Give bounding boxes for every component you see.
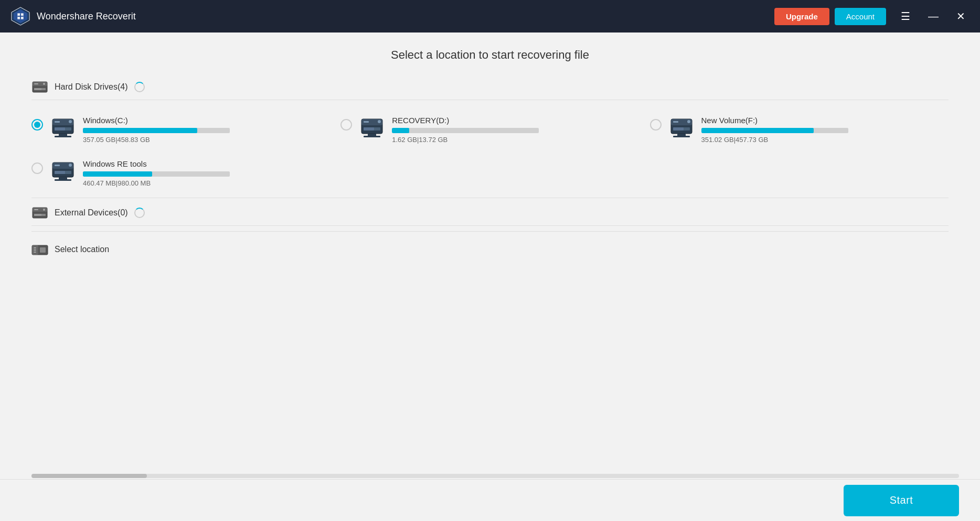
svg-point-22 — [378, 120, 381, 123]
external-devices-header: External Devices(0) — [31, 198, 949, 226]
svg-rect-53 — [34, 252, 36, 253]
app-logo — [10, 6, 30, 26]
drive-radio-d[interactable] — [340, 119, 352, 131]
drives-grid: Windows(C:) 357.05 GB|458.83 GB — [0, 105, 980, 198]
hard-disk-section: Hard Disk Drives(4) — [0, 72, 980, 100]
drive-radio-c[interactable] — [31, 119, 43, 131]
account-button[interactable]: Account — [835, 8, 886, 25]
external-devices-spinner — [134, 208, 145, 218]
svg-rect-13 — [55, 121, 60, 123]
minimize-button[interactable]: — — [924, 9, 943, 24]
drive-name-c: Windows(C:) — [83, 116, 340, 125]
drive-radio-f[interactable] — [650, 119, 662, 131]
external-devices-section: External Devices(0) — [0, 198, 980, 226]
select-location-icon — [31, 242, 48, 257]
select-location-section: Select location — [0, 232, 980, 267]
drive-bar-track-f — [701, 128, 848, 133]
main-content: Select a location to start recovering fi… — [0, 32, 980, 521]
drive-size-c: 357.05 GB|458.83 GB — [83, 136, 340, 144]
drive-bar-fill-re — [83, 171, 152, 177]
drive-bar-fill-d — [392, 128, 409, 133]
svg-rect-34 — [673, 136, 690, 137]
scroll-thumb[interactable] — [31, 474, 147, 478]
svg-rect-10 — [34, 88, 41, 90]
scrollbar[interactable] — [31, 474, 959, 478]
svg-rect-18 — [55, 136, 71, 137]
hard-disk-icon — [31, 80, 48, 94]
upgrade-button[interactable]: Upgrade — [774, 8, 829, 25]
window-controls: ☰ — ✕ — [897, 9, 970, 24]
drive-icon-d — [359, 116, 385, 139]
drive-info-f: New Volume(F:) 351.02 GB|457.73 GB — [701, 116, 959, 144]
svg-rect-32 — [673, 127, 684, 131]
svg-rect-42 — [55, 179, 71, 181]
hard-disk-header: Hard Disk Drives(4) — [31, 72, 949, 100]
svg-rect-16 — [55, 127, 65, 131]
drive-name-re: Windows RE tools — [83, 159, 340, 168]
external-devices-label: External Devices(0) — [55, 208, 128, 218]
svg-point-30 — [687, 120, 690, 123]
external-devices-icon — [31, 205, 48, 220]
drive-name-d: RECOVERY(D:) — [392, 116, 649, 125]
select-location-label: Select location — [55, 245, 109, 254]
hard-disk-label: Hard Disk Drives(4) — [55, 82, 128, 92]
menu-button[interactable]: ☰ — [897, 9, 914, 24]
drive-radio-re[interactable] — [31, 162, 43, 174]
drive-icon-f — [669, 116, 694, 139]
drive-info-re: Windows RE tools 460.47 MB|980.00 MB — [83, 159, 340, 187]
page-title: Select a location to start recovering fi… — [0, 32, 980, 72]
app-title-label: Wondershare Recoverit — [37, 11, 774, 22]
svg-rect-40 — [55, 171, 65, 174]
drive-bar-track-d — [392, 128, 539, 133]
drive-size-d: 1.62 GB|13.72 GB — [392, 136, 649, 144]
svg-point-38 — [69, 164, 72, 167]
titlebar: Wondershare Recoverit Upgrade Account ☰ … — [0, 0, 980, 32]
drive-icon-re — [50, 159, 76, 182]
drive-bar-track-re — [83, 171, 230, 177]
drive-name-f: New Volume(F:) — [701, 116, 959, 125]
drive-item-c[interactable]: Windows(C:) 357.05 GB|458.83 GB — [31, 116, 340, 144]
svg-point-46 — [43, 209, 45, 211]
hard-disk-spinner — [134, 82, 145, 92]
svg-point-8 — [43, 83, 45, 85]
svg-rect-7 — [34, 83, 38, 84]
start-button[interactable]: Start — [844, 485, 959, 516]
svg-rect-24 — [364, 127, 374, 131]
drive-icon-c — [50, 116, 76, 139]
drive-size-re: 460.47 MB|980.00 MB — [83, 179, 340, 187]
svg-rect-37 — [55, 165, 60, 166]
svg-rect-45 — [34, 209, 38, 210]
drive-bar-fill-c — [83, 128, 197, 133]
svg-rect-29 — [673, 121, 678, 123]
drive-bar-track-c — [83, 128, 230, 133]
drive-info-d: RECOVERY(D:) 1.62 GB|13.72 GB — [392, 116, 649, 144]
svg-rect-26 — [364, 136, 380, 137]
svg-rect-51 — [34, 247, 36, 248]
drive-size-f: 351.02 GB|457.73 GB — [701, 136, 959, 144]
svg-point-14 — [69, 120, 72, 123]
svg-rect-48 — [34, 214, 41, 216]
svg-rect-54 — [40, 247, 46, 253]
drive-item-f[interactable]: New Volume(F:) 351.02 GB|457.73 GB — [650, 116, 959, 144]
close-button[interactable]: ✕ — [952, 9, 970, 24]
bottom-bar: Start — [0, 479, 980, 521]
drive-item-d[interactable]: RECOVERY(D:) 1.62 GB|13.72 GB — [340, 116, 649, 144]
drive-info-c: Windows(C:) 357.05 GB|458.83 GB — [83, 116, 340, 144]
svg-rect-21 — [364, 121, 369, 123]
drive-item-re[interactable]: Windows RE tools 460.47 MB|980.00 MB — [31, 159, 340, 187]
svg-rect-52 — [34, 249, 36, 251]
drive-bar-fill-f — [701, 128, 814, 133]
